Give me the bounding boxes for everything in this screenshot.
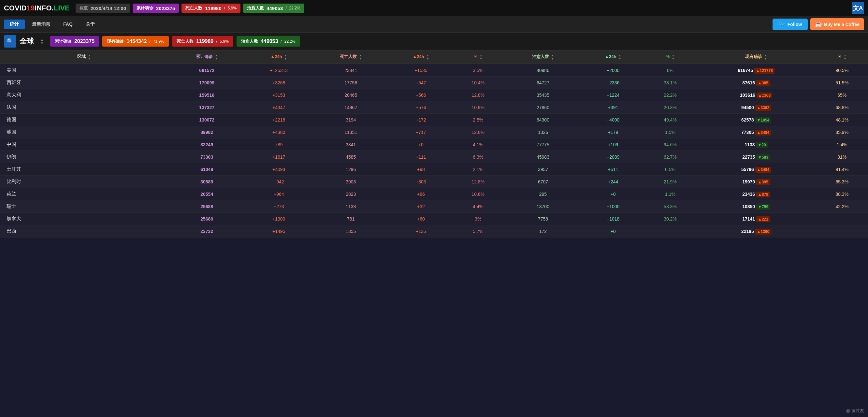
search-button[interactable]: 🔍 <box>4 35 16 47</box>
cell-confirmed-24h: +1617 <box>246 151 312 163</box>
table-row: 中国 82249 +89 3341 +0 4.1% 77775 +109 94.… <box>0 138 868 151</box>
cell-confirmed: 73303 <box>168 151 246 163</box>
cell-confirmed-24h: +273 <box>246 200 312 213</box>
region-sort-icon: ▲▼ <box>88 54 91 60</box>
cell-active-pct <box>816 225 868 237</box>
cell-recovered-24h: +391 <box>582 101 644 114</box>
table-row: 巴西 23732 +1495 1355 +135 5.7% 172 +0 221… <box>0 225 868 237</box>
nav-tab-faq[interactable]: FAQ <box>57 20 79 29</box>
cell-active: 23436 ▲878 <box>696 188 816 200</box>
nav-tab-about[interactable]: 关于 <box>80 20 101 29</box>
table-row: 比利时 30589 +942 3903 +303 12.8% 6707 +244… <box>0 175 868 188</box>
active-change-badge: ▲1363 <box>756 93 773 98</box>
cell-recovered: 13700 <box>504 200 582 213</box>
deaths-pct: / <box>224 6 225 10</box>
cell-recovered-pct: 49.4% <box>644 114 696 126</box>
cell-region: 法国 <box>0 101 168 114</box>
col-deaths-pct[interactable]: % ▲▼ <box>452 51 504 64</box>
col-total-confirmed[interactable]: 累计确诊 ▲▼ <box>168 51 246 64</box>
region-sort-arrows[interactable]: ▲▼ <box>40 38 44 45</box>
date-value: 2020/4/14 12:00 <box>91 5 126 11</box>
cell-confirmed-24h: +4347 <box>246 101 312 114</box>
col-region[interactable]: 区域 ▲▼ <box>0 51 168 64</box>
cell-deaths: 4585 <box>312 151 390 163</box>
col-active[interactable]: 现有确诊 ▲▼ <box>696 51 816 64</box>
cell-deaths-24h: +1535 <box>390 64 452 76</box>
active-change-badge: ▼759 <box>756 204 770 210</box>
col-deaths-24h[interactable]: ▲24h ▲▼ <box>390 51 452 64</box>
cell-deaths: 3194 <box>312 114 390 126</box>
cell-confirmed-24h: +125313 <box>246 64 312 76</box>
cell-confirmed-24h: +1300 <box>246 213 312 225</box>
cell-region: 荷兰 <box>0 188 168 200</box>
cell-active-pct: 65.3% <box>816 175 868 188</box>
buymecoffee-button[interactable]: ☕ Buy Me a Coffee <box>810 18 864 30</box>
recovered-pct: / <box>285 6 286 10</box>
header-deaths-badge: 死亡人数 119980 / 5.9% <box>182 4 241 13</box>
coffee-icon: ☕ <box>815 21 822 28</box>
global-recovered-value: 449053 <box>261 38 278 44</box>
cell-deaths-24h: +32 <box>390 200 452 213</box>
cell-deaths-24h: +547 <box>390 76 452 89</box>
table-row: 德国 130072 +2218 3194 +172 2.5% 64300 +40… <box>0 114 868 126</box>
twitter-follow-button[interactable]: 🐦 Follow <box>773 19 808 30</box>
cell-region: 伊朗 <box>0 151 168 163</box>
recovered-label: 治愈人数 <box>247 5 264 11</box>
cell-recovered: 3957 <box>504 163 582 175</box>
active-change-badge: ▲878 <box>756 192 770 197</box>
nav-tab-news[interactable]: 最新消息 <box>26 20 56 29</box>
col-recovered-pct[interactable]: % ▲▼ <box>644 51 696 64</box>
cell-active: 94500 ▲3382 <box>696 101 816 114</box>
global-confirmed-stat: 累计确诊 2023375 <box>50 36 99 46</box>
cell-deaths-pct: 10.4% <box>452 76 504 89</box>
cell-deaths-24h: +98 <box>390 163 452 175</box>
nav-tab-stats[interactable]: 统计 <box>4 20 25 29</box>
cell-deaths-pct: 12.6% <box>452 126 504 138</box>
cell-recovered-24h: +1224 <box>582 89 644 101</box>
cell-region: 西班牙 <box>0 76 168 89</box>
cell-active-pct: 85.9% <box>816 126 868 138</box>
global-active-pct-val: 71.9% <box>153 39 164 44</box>
cell-confirmed-24h: +3153 <box>246 89 312 101</box>
cell-region: 土耳其 <box>0 163 168 175</box>
cell-active-pct: 91.4% <box>816 163 868 175</box>
cell-deaths-pct: 2.1% <box>452 163 504 175</box>
cell-confirmed: 26554 <box>168 188 246 200</box>
cell-recovered: 27860 <box>504 101 582 114</box>
cell-confirmed: 23732 <box>168 225 246 237</box>
logo-num: 19 <box>27 4 34 12</box>
deaths-sort-icon: ▲▼ <box>359 54 362 60</box>
cell-deaths-pct: 12.8% <box>452 89 504 101</box>
global-deaths-stat: 死亡人数 119980 / 5.9% <box>172 36 233 46</box>
table-row: 法国 137327 +4347 14967 +574 10.9% 27860 +… <box>0 101 868 114</box>
cell-active: 77305 ▲3484 <box>696 126 816 138</box>
deaths-pct-val: 5.9% <box>228 6 237 10</box>
translate-button[interactable]: 文A <box>852 2 864 14</box>
col-recovered[interactable]: 治愈人数 ▲▼ <box>504 51 582 64</box>
recovered-value: 449053 <box>267 5 283 11</box>
logo-covid: COVID <box>4 4 27 12</box>
cell-recovered-pct: 6.5% <box>644 163 696 175</box>
cell-active-pct <box>816 213 868 225</box>
active-change-badge: ▲1360 <box>755 229 771 234</box>
col-active-pct[interactable]: % ▲▼ <box>816 51 868 64</box>
active-change-badge: ▲3382 <box>755 105 771 111</box>
table-row: 加拿大 25680 +1300 781 +60 3% 7758 +1018 30… <box>0 213 868 225</box>
cell-confirmed: 25680 <box>168 213 246 225</box>
col-recovered-24h[interactable]: ▲24h ▲▼ <box>582 51 644 64</box>
col-confirmed-24h[interactable]: ▲24h ▲▼ <box>246 51 312 64</box>
cell-confirmed-24h: +1495 <box>246 225 312 237</box>
site-logo: COVID19INFO.LIVE <box>4 4 70 12</box>
cell-deaths-24h: +303 <box>390 175 452 188</box>
recovered-pct-val: 22.2% <box>289 6 301 10</box>
date-badge: 截至 2020/4/14 12:00 <box>75 4 130 13</box>
cell-deaths: 781 <box>312 213 390 225</box>
cell-recovered-24h: +2089 <box>582 151 644 163</box>
confirmed-label: 累计确诊 <box>136 5 153 11</box>
cell-deaths: 20465 <box>312 89 390 101</box>
cell-recovered-pct: 6% <box>644 64 696 76</box>
cell-deaths: 14967 <box>312 101 390 114</box>
cell-deaths-pct: 10.9% <box>452 101 504 114</box>
col-deaths[interactable]: 死亡人数 ▲▼ <box>312 51 390 64</box>
cell-recovered-pct: 62.7% <box>644 151 696 163</box>
